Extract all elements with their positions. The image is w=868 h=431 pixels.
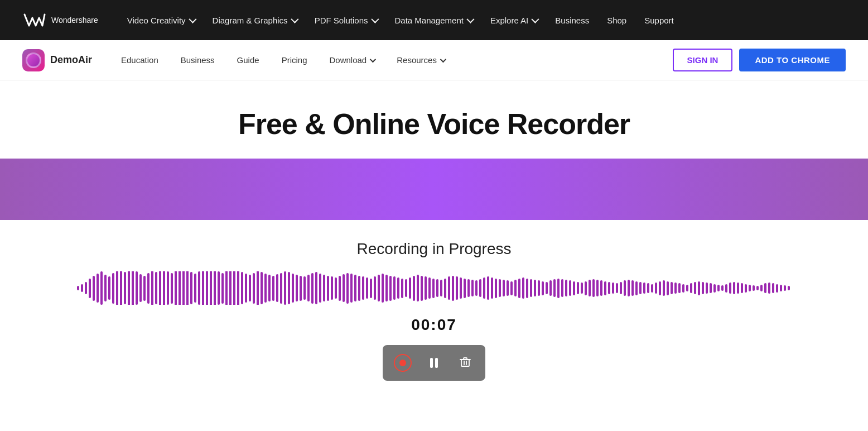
waveform-bar [702,282,704,294]
waveform-bar [108,276,110,300]
waveform-bar [612,282,614,294]
chevron-down-icon [189,16,196,23]
recording-controls [383,345,485,381]
waveform-bar [296,275,298,301]
waveform-bar [565,280,567,296]
nav-diagram-graphics[interactable]: Diagram & Graphics [213,16,297,25]
nav-download[interactable]: Download [319,40,386,80]
waveform-bar [264,274,267,303]
waveform-bar [667,281,669,295]
delete-button[interactable] [452,349,479,376]
waveform-bar [538,280,540,296]
nav-resources[interactable]: Resources [385,40,456,80]
waveform-bar [499,279,501,297]
waveform-bar [784,285,786,291]
waveform-bar [624,280,626,296]
product-name: DemoAir [50,54,92,66]
secondary-navigation: DemoAir Education Business Guide Pricing… [0,40,868,80]
chevron-down-icon [291,16,298,23]
waveform-bar [690,283,692,293]
waveform-bar [659,281,661,295]
waveform-bar [585,281,587,295]
wondershare-logo[interactable]: Wondershare [22,11,98,29]
waveform-bar [549,280,552,296]
waveform-bar [389,276,392,301]
waveform-bar [706,282,708,294]
waveform-bar [311,273,314,304]
waveform-bar [405,279,407,297]
nav-pricing[interactable]: Pricing [271,40,319,80]
waveform-bar [89,279,91,298]
svg-rect-0 [461,360,469,366]
waveform-bar [780,285,782,291]
nav-video-creativity[interactable]: Video Creativity [127,16,195,25]
nav-guide[interactable]: Guide [226,40,271,80]
nav-pdf-solutions[interactable]: PDF Solutions [315,16,377,25]
recording-section: Recording in Progress 00:07 [0,220,868,403]
waveform-bar [628,280,630,296]
stop-icon [394,354,412,372]
stop-button[interactable] [389,349,416,376]
waveform-bar [261,272,263,304]
waveform-bar [768,282,770,294]
waveform-bar [202,271,204,305]
waveform-bar [534,280,536,296]
nav-explore-ai[interactable]: Explore AI [490,16,537,25]
demoair-logo-icon [22,49,45,71]
waveform-bar [77,286,79,290]
nav-support[interactable]: Support [644,16,674,25]
waveform-bar [663,280,665,296]
waveform-bar [218,271,220,305]
waveform-bar [358,276,360,301]
waveform-bar [366,277,368,299]
waveform-bar [190,272,192,304]
pause-bar-right [435,358,438,368]
waveform-bar [764,283,766,293]
demoair-logo[interactable]: DemoAir [22,49,92,71]
waveform-bar [417,275,419,301]
waveform-bar [577,282,579,294]
waveform-bar [307,275,310,301]
waveform-bar [741,283,743,293]
waveform-bar [421,276,423,301]
waveform-bar [249,275,251,301]
waveform-bar [643,282,645,294]
waveform-bar [182,271,185,305]
waveform-bar [522,277,524,299]
waveform-bar [253,273,255,304]
waveform-bar [327,276,329,301]
add-to-chrome-button[interactable]: ADD TO CHROME [739,49,846,71]
nav-shop[interactable]: Shop [607,16,626,25]
waveform-bar [440,280,442,296]
waveform-bar [721,285,724,291]
waveform-bar [737,282,739,294]
waveform-bar [288,272,290,304]
nav-data-management[interactable]: Data Management [395,16,472,25]
waveform-bar [733,282,735,294]
waveform-bar [343,274,345,302]
waveform-bar [276,274,278,302]
waveform-bar [631,280,634,296]
waveform-bar [448,276,450,300]
waveform-bar [553,279,556,297]
nav-business-secondary[interactable]: Business [170,40,226,80]
sign-in-button[interactable]: SIGN IN [673,49,733,71]
waveform-bar [569,280,571,296]
nav-business[interactable]: Business [555,16,589,25]
pause-button[interactable] [421,349,447,376]
waveform-bar [436,279,438,297]
waveform-bar [483,277,485,299]
waveform-bar [393,276,396,300]
waveform-bar [674,282,677,294]
waveform-bar [374,276,376,300]
waveform-bar [346,273,349,304]
waveform-bar [198,271,200,305]
waveform-bar [229,271,232,305]
waveform-bar [104,275,107,301]
nav-education[interactable]: Education [110,40,170,80]
waveform-bar [350,274,353,303]
waveform-bar [682,284,684,293]
waveform-bar [210,271,212,305]
waveform-bar [139,274,142,302]
waveform-bar [335,277,337,299]
